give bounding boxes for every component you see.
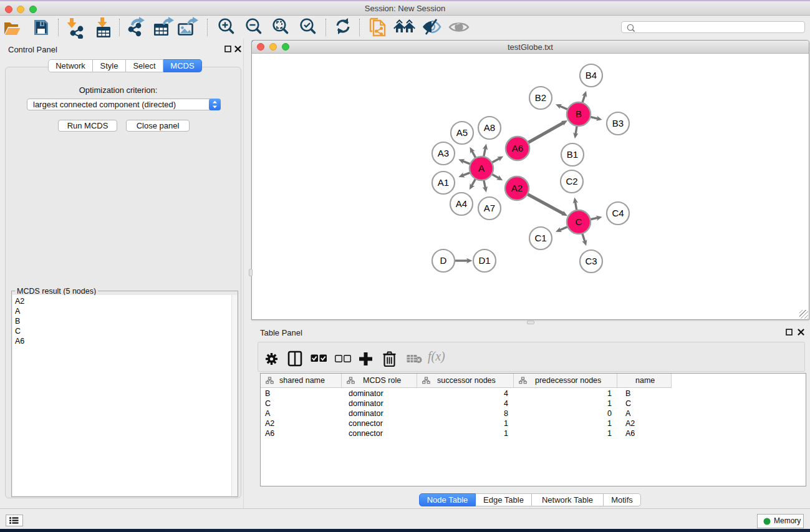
svg-text:A7: A7 bbox=[484, 203, 495, 213]
svg-text:A1: A1 bbox=[438, 177, 449, 188]
svg-text:C2: C2 bbox=[566, 176, 577, 186]
svg-text:C4: C4 bbox=[612, 208, 624, 218]
svg-text:C1: C1 bbox=[534, 233, 546, 243]
svg-text:B: B bbox=[576, 109, 582, 119]
svg-text:A5: A5 bbox=[456, 127, 468, 138]
svg-text:B2: B2 bbox=[535, 92, 546, 103]
svg-text:D1: D1 bbox=[478, 255, 490, 266]
svg-text:B4: B4 bbox=[586, 70, 597, 80]
svg-text:A2: A2 bbox=[511, 183, 523, 193]
svg-text:A3: A3 bbox=[438, 148, 449, 158]
svg-text:B1: B1 bbox=[567, 149, 578, 160]
svg-text:B3: B3 bbox=[612, 118, 624, 128]
svg-text:A: A bbox=[478, 163, 485, 173]
svg-text:A6: A6 bbox=[512, 143, 523, 153]
svg-text:D: D bbox=[440, 255, 447, 266]
svg-text:C: C bbox=[576, 216, 582, 227]
svg-text:A4: A4 bbox=[456, 198, 467, 209]
svg-text:C3: C3 bbox=[585, 256, 597, 266]
svg-text:A8: A8 bbox=[484, 122, 495, 133]
